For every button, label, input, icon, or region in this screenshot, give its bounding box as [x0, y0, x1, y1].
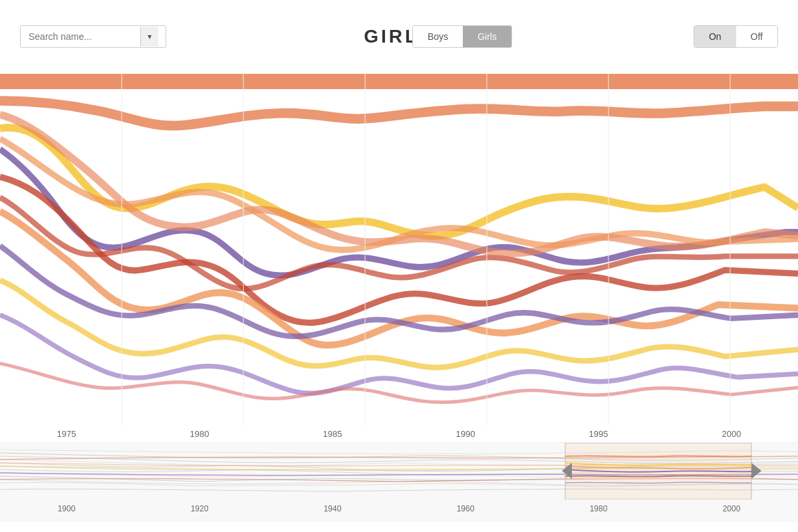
year-label-1960: 1960: [446, 504, 485, 513]
girls-button[interactable]: Girls: [463, 26, 511, 47]
off-button[interactable]: Off: [736, 26, 777, 47]
year-label-1900: 1900: [47, 504, 86, 513]
year-label-1995: 1995: [579, 429, 618, 439]
year-label-1980: 1980: [180, 429, 219, 439]
on-button[interactable]: On: [694, 26, 736, 47]
header: ▾ GIRLS Boys Girls On Off: [0, 0, 798, 73]
year-label-1975: 1975: [47, 429, 86, 439]
overview-chart-svg: [0, 443, 798, 499]
overview-year-labels: 1900 1920 1940 1960 1980 2000: [0, 502, 798, 515]
gender-toggle: Boys Girls: [412, 25, 512, 48]
year-label-1980-ov: 1980: [579, 504, 618, 513]
year-label-1990: 1990: [446, 429, 485, 439]
search-container: ▾: [20, 25, 166, 48]
year-label-1940: 1940: [313, 504, 352, 513]
onoff-toggle: On Off: [694, 25, 778, 48]
main-year-labels: 1975 1980 1985 1990 1995 2000: [0, 426, 798, 442]
year-label-1985: 1985: [313, 429, 352, 439]
main-chart-area: [0, 73, 798, 426]
year-label-1920: 1920: [180, 504, 219, 513]
overview-area: 1900 1920 1940 1960 1980 2000: [0, 442, 798, 522]
search-dropdown-button[interactable]: ▾: [140, 27, 158, 47]
boys-button[interactable]: Boys: [413, 26, 463, 47]
main-chart-svg: [0, 73, 798, 426]
search-input[interactable]: [21, 26, 140, 47]
year-label-2000: 2000: [712, 429, 751, 439]
year-label-2000-ov: 2000: [712, 504, 751, 513]
